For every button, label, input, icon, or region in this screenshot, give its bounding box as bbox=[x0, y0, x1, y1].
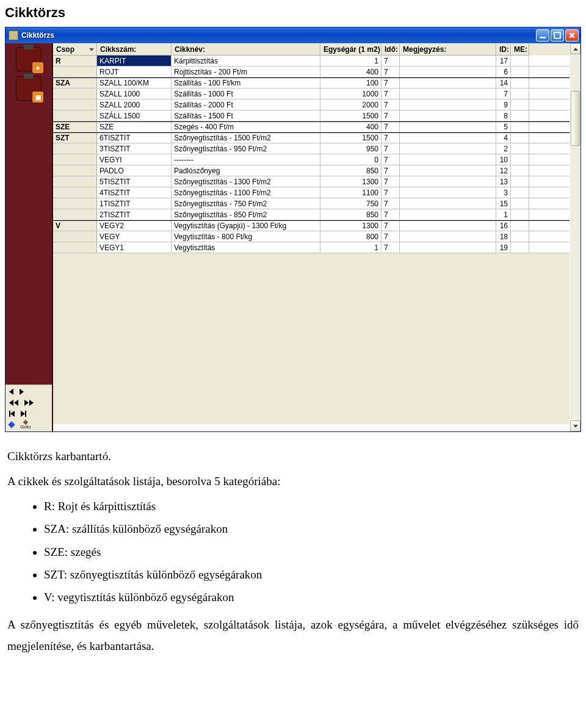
cell bbox=[53, 88, 97, 99]
cell: 7 bbox=[496, 88, 511, 99]
cell bbox=[511, 133, 529, 143]
data-grid[interactable]: Csop Cikkszám: Cikknév: Egységár (1 m2) … bbox=[53, 43, 570, 431]
cell bbox=[400, 209, 496, 220]
svg-rect-1 bbox=[554, 32, 560, 38]
cell: KARPIT bbox=[97, 56, 172, 66]
cell: Szállítás - 2000 Ft bbox=[172, 99, 320, 110]
table-row[interactable]: 1TISZTITSzőnyegtisztítás - 750 Ft/m27507… bbox=[53, 198, 570, 209]
cell: 400 bbox=[320, 122, 382, 132]
col-megj[interactable]: Megjegyzés: bbox=[400, 43, 496, 56]
cell: 1000 bbox=[320, 88, 382, 99]
table-row[interactable]: SZALL 2000Szállítás - 2000 Ft200079 bbox=[53, 99, 570, 110]
cell bbox=[400, 242, 496, 253]
last-page-icon[interactable] bbox=[24, 400, 34, 406]
col-cikknev[interactable]: Cikknév: bbox=[172, 43, 320, 56]
col-egysegar[interactable]: Egységár (1 m2) bbox=[320, 43, 382, 56]
cell: 2 bbox=[496, 143, 511, 154]
grid-header[interactable]: Csop Cikkszám: Cikknév: Egységár (1 m2) … bbox=[53, 43, 570, 56]
col-ido[interactable]: Idő: bbox=[382, 43, 400, 56]
cell: 6 bbox=[496, 67, 511, 77]
table-row[interactable]: 4TISZTITSzőnyegtisztítás - 1100 Ft/m2110… bbox=[53, 187, 570, 198]
cell: 1 bbox=[496, 209, 511, 220]
bookmark-icon[interactable] bbox=[8, 421, 15, 428]
doc-footer: A szőnyegtisztítás és egyéb műveletek, s… bbox=[7, 614, 579, 657]
cell bbox=[400, 133, 496, 143]
cell: 850 bbox=[320, 209, 382, 220]
table-row[interactable]: ROJTRojttisztítás - 200 Ft/m40076 bbox=[53, 67, 570, 77]
cell bbox=[511, 242, 529, 253]
table-row[interactable]: 2TISZTITSzőnyegtisztítás - 850 Ft/m28507… bbox=[53, 209, 570, 220]
table-row[interactable]: SZESZESzegés - 400 Ft/m40075 bbox=[53, 121, 570, 132]
cell bbox=[53, 67, 97, 77]
cell: SZT bbox=[53, 133, 97, 143]
maximize-button[interactable] bbox=[551, 29, 564, 41]
cell: 2TISZTIT bbox=[97, 209, 172, 220]
table-row[interactable]: RKARPITKárpittisztítás1717 bbox=[53, 56, 570, 67]
cell: 18 bbox=[496, 231, 511, 242]
duplicate-record-button[interactable]: ▣ bbox=[16, 76, 42, 101]
cell: 1500 bbox=[320, 110, 382, 121]
cell bbox=[400, 78, 496, 88]
table-row[interactable]: 3TISZTITSzőnyegtisztítás - 950 Ft/m29507… bbox=[53, 143, 570, 154]
cell: 1300 bbox=[320, 176, 382, 187]
app-window: Cikktörzs + ▣ bbox=[5, 27, 581, 432]
cell: 3TISZTIT bbox=[97, 143, 172, 154]
table-row[interactable]: SZT6TISZTITSzőnyegtisztítás - 1500 Ft/m2… bbox=[53, 132, 570, 143]
next-icon[interactable] bbox=[20, 389, 24, 395]
col-me[interactable]: ME: bbox=[511, 43, 529, 56]
new-record-button[interactable]: + bbox=[16, 47, 42, 71]
col-cikkszam[interactable]: Cikkszám: bbox=[97, 43, 172, 56]
cell: 7 bbox=[382, 78, 400, 88]
cell: 7 bbox=[382, 154, 400, 165]
close-button[interactable] bbox=[565, 29, 579, 41]
app-icon bbox=[9, 31, 18, 40]
plus-icon: + bbox=[32, 62, 43, 73]
scroll-track[interactable] bbox=[570, 54, 581, 420]
col-csop[interactable]: Csop bbox=[53, 43, 97, 56]
table-row[interactable]: SZASZALL 100/KMSzállítás - 100 Ft/km1007… bbox=[53, 77, 570, 88]
cell bbox=[400, 187, 496, 198]
prev-icon[interactable] bbox=[9, 389, 13, 395]
cell: 750 bbox=[320, 198, 382, 209]
cell bbox=[511, 56, 529, 66]
cell: 800 bbox=[320, 231, 382, 242]
cell: 7 bbox=[382, 143, 400, 154]
last-record-icon[interactable] bbox=[21, 411, 26, 417]
cell: Rojttisztítás - 200 Ft/m bbox=[172, 67, 320, 77]
cell: 7 bbox=[382, 88, 400, 99]
document-text: Cikktörzs karbantartó. A cikkek és szolg… bbox=[5, 432, 581, 666]
table-row[interactable]: SZALL 1000Szállítás - 1000 Ft100077 bbox=[53, 88, 570, 99]
table-row[interactable]: VEGYVegytisztítás - 800 Ft/kg800718 bbox=[53, 231, 570, 242]
cell bbox=[400, 198, 496, 209]
first-page-icon[interactable] bbox=[9, 400, 18, 406]
list-item: SZA: szállítás különböző egységárakon bbox=[44, 518, 579, 539]
cell: VEGYI bbox=[97, 154, 172, 165]
minimize-button[interactable] bbox=[536, 29, 549, 41]
table-row[interactable]: 5TISZTITSzőnyegtisztítás - 1300 Ft/m2130… bbox=[53, 176, 570, 187]
cell bbox=[511, 143, 529, 154]
goto-button[interactable]: Goto bbox=[20, 420, 31, 430]
svg-rect-0 bbox=[540, 37, 546, 38]
cell bbox=[511, 221, 529, 231]
first-record-icon[interactable] bbox=[9, 411, 15, 417]
vertical-scrollbar[interactable] bbox=[570, 43, 581, 431]
table-row[interactable]: VEGYI--------0710 bbox=[53, 154, 570, 165]
titlebar[interactable]: Cikktörzs bbox=[5, 27, 581, 43]
scroll-thumb[interactable] bbox=[571, 91, 580, 146]
cell bbox=[400, 176, 496, 187]
list-item: SZE: szegés bbox=[44, 541, 579, 563]
scroll-down-button[interactable] bbox=[570, 420, 581, 431]
cell bbox=[511, 99, 529, 110]
grid-body[interactable]: RKARPITKárpittisztítás1717ROJTRojttisztí… bbox=[53, 56, 570, 253]
table-row[interactable]: VVEGY2Vegytisztítás (Gyapjú) - 1300 Ft/k… bbox=[53, 220, 570, 231]
doc-list-intro: A cikkek és szolgáltatások listája, beso… bbox=[7, 470, 579, 492]
col-id[interactable]: ID: bbox=[496, 43, 511, 56]
table-row[interactable]: SZÁLL 1500Szállítás - 1500 Ft150078 bbox=[53, 110, 570, 121]
cell bbox=[53, 209, 97, 220]
table-row[interactable]: PADLOPadlószőnyeg850712 bbox=[53, 165, 570, 176]
table-row[interactable]: VEGY1Vegytisztítás1719 bbox=[53, 242, 570, 253]
sort-desc-icon bbox=[89, 48, 94, 51]
scroll-up-button[interactable] bbox=[570, 43, 581, 54]
doc-intro: Cikktörzs karbantartó. bbox=[7, 445, 579, 467]
cell: 100 bbox=[320, 78, 382, 88]
